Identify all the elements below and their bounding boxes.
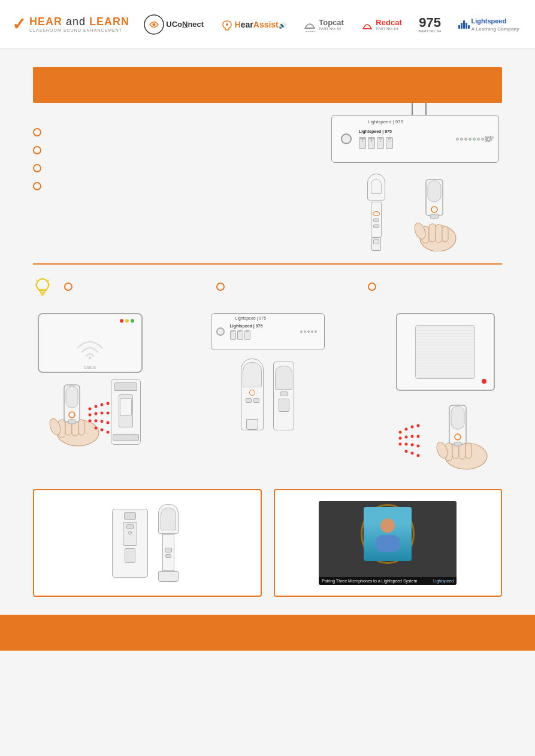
svg-line-20 [37, 280, 38, 281]
mic-tall-btn-1[interactable] [246, 398, 252, 403]
svg-rect-29 [78, 420, 84, 435]
recv-btn[interactable]: Vol- [386, 137, 393, 149]
svg-point-59 [405, 443, 408, 446]
bottom-box-1 [33, 489, 262, 597]
svg-point-55 [405, 436, 408, 439]
brand-redcat-label: Redcat [376, 18, 401, 27]
recv-btn[interactable]: Vol+ [377, 137, 384, 149]
main-logo: ✓ HEAR and LEARN CLASSROOM SOUND ENHANCE… [12, 16, 129, 33]
svg-point-50 [399, 431, 402, 434]
svg-point-39 [89, 414, 92, 417]
svg-point-35 [89, 408, 92, 411]
bullet-circle-4 [33, 182, 41, 190]
tablet-device: Status [38, 313, 143, 373]
svg-point-64 [417, 454, 420, 457]
list-item [33, 181, 316, 190]
svg-text:PART NO: 94: PART NO: 94 [306, 31, 317, 32]
podium-mic [154, 504, 183, 582]
mic-head [367, 174, 385, 201]
podium-mic-base [158, 571, 179, 582]
svg-point-1 [153, 23, 156, 26]
logo-text: HEAR and LEARN CLASSROOM SOUND ENHANCEME… [29, 16, 129, 32]
svg-point-58 [399, 443, 402, 446]
svg-point-63 [411, 452, 414, 455]
page-footer [0, 615, 535, 651]
brand-975-label: 975 [419, 16, 441, 29]
svg-point-53 [417, 424, 420, 427]
section-diagrams: Status [33, 313, 502, 477]
section-bottom-boxes: Pairing Three Microphones to a Lightspee… [33, 489, 502, 597]
svg-rect-32 [66, 386, 78, 408]
list-item [33, 145, 316, 154]
svg-point-2 [226, 23, 228, 26]
diagram-col-3 [388, 313, 502, 477]
speaker-group [396, 313, 495, 391]
logo-subtitle: CLASSROOM SOUND ENHANCEMENT [29, 28, 129, 32]
svg-point-56 [411, 435, 414, 438]
svg-rect-34 [68, 420, 75, 424]
lightspeed-wave-icon [458, 20, 470, 29]
svg-point-45 [101, 420, 104, 423]
svg-point-42 [107, 412, 110, 415]
svg-point-40 [95, 412, 98, 415]
tablet-status-label: Status [84, 365, 96, 369]
mic-tall-buttons [246, 398, 259, 403]
speaker-device [396, 313, 495, 391]
mic-tall-btn-2[interactable] [253, 398, 259, 403]
wifi-signal-icon [72, 327, 108, 360]
bullet-circle-1 [33, 128, 41, 136]
svg-rect-7 [428, 181, 441, 202]
mic-status-circle [373, 211, 380, 216]
svg-point-49 [107, 431, 110, 434]
svg-rect-69 [466, 443, 471, 459]
tip-circle-1 [64, 283, 72, 291]
svg-point-24 [89, 356, 92, 359]
person-silhouette [373, 515, 403, 554]
section-tip [33, 275, 502, 303]
clip-body [123, 522, 137, 546]
video-caption-text: Pairing Three Microphones to a Lightspee… [322, 579, 417, 583]
mic-button-1[interactable] [373, 218, 379, 222]
speaker-grille [415, 325, 475, 379]
tip-circle-2 [216, 283, 225, 291]
brand-hearassist: HearAssist🔊 [221, 19, 286, 31]
video-caption-bar: Pairing Three Microphones to a Lightspee… [319, 577, 457, 585]
svg-rect-9 [430, 214, 439, 218]
svg-rect-72 [451, 406, 464, 429]
svg-rect-13 [436, 224, 442, 242]
clip-base [125, 548, 135, 563]
tip-bullet-2 [216, 281, 350, 291]
video-thumbnail[interactable]: Pairing Three Microphones to a Lightspee… [319, 501, 457, 585]
mic-handle [371, 238, 381, 251]
brand-topcat-label: Topcat [319, 18, 344, 27]
svg-point-44 [95, 420, 98, 423]
svg-point-52 [411, 426, 414, 429]
tip-circle-3 [368, 283, 376, 291]
recv-btn[interactable]: Input1 [359, 137, 366, 149]
lightbulb-icon [33, 277, 52, 303]
mic-button-2[interactable] [373, 224, 379, 228]
divider-orange [33, 263, 502, 265]
standing-mic [360, 174, 393, 251]
svg-point-57 [417, 435, 420, 438]
mic-type2-btn[interactable] [280, 391, 288, 396]
brand-lightspeed: LightspeedA Learning Company [458, 17, 519, 32]
receiver-medium: Lightspeed | 975 In 1 In 2 Vol [211, 313, 325, 350]
brand-hearassist-label: HearAssist🔊 [235, 20, 286, 29]
brand-topcat: PART NO: 94 Topcat PART NO: 94 [303, 17, 344, 32]
svg-rect-78 [394, 538, 400, 549]
main-content: Lightspeed | 975 Input1 Input2 Vol+ [0, 115, 535, 597]
charger-foot [113, 434, 139, 441]
bottom-box-2: Pairing Three Microphones to a Lightspee… [274, 489, 503, 597]
brand-uconnect: UCoNnect [144, 14, 204, 35]
recv-med-knob [216, 327, 225, 336]
mic-body [371, 202, 382, 238]
clip-mic-device [112, 509, 148, 578]
charger-top [114, 382, 137, 391]
recv-btn[interactable]: Input2 [368, 137, 375, 149]
bottom-box-1-inner [112, 504, 183, 582]
mic-tall-1 [241, 359, 264, 430]
mic-tall-circle [249, 390, 255, 396]
logo-checkmark: ✓ [12, 16, 26, 33]
mic-type2-head [275, 366, 292, 390]
